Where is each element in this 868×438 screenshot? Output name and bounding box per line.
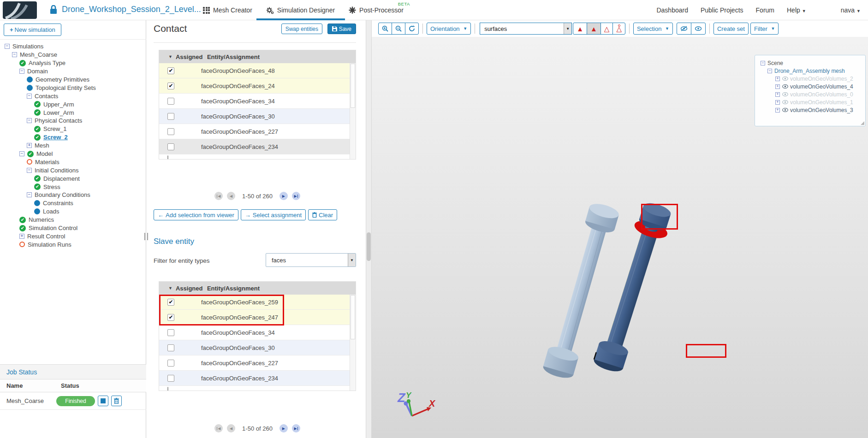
surface-filter-select[interactable]: surfaces ▼ bbox=[480, 23, 572, 35]
tab-post-processor[interactable]: Post-Processor BETA bbox=[349, 6, 404, 14]
tree-item[interactable]: −Boundary Conditions bbox=[3, 191, 145, 199]
row-checkbox[interactable] bbox=[167, 113, 174, 120]
tree-item[interactable]: −Contacts bbox=[3, 92, 145, 100]
table-row[interactable]: ✔faceGroupOnGeoFaces_247 bbox=[159, 310, 356, 325]
collapse-icon[interactable]: − bbox=[5, 44, 10, 49]
row-checkbox[interactable] bbox=[167, 360, 174, 367]
row-checkbox[interactable]: ✔ bbox=[167, 83, 174, 89]
row-checkbox[interactable] bbox=[167, 375, 174, 382]
tree-item[interactable]: ✔Lower_Arm bbox=[3, 108, 145, 117]
new-simulation-button[interactable]: +New simulation bbox=[4, 24, 61, 36]
prev-page-button[interactable]: ◀ bbox=[227, 192, 235, 200]
tree-item[interactable]: ✔Screw_1 bbox=[3, 125, 145, 133]
tree-item[interactable]: −Initial Conditions bbox=[3, 166, 145, 174]
tree-item[interactable]: ✔Upper_Arm bbox=[3, 100, 145, 108]
tree-item[interactable]: −Physical Contacts bbox=[3, 117, 145, 125]
eye-hidden-icon[interactable] bbox=[782, 99, 788, 106]
project-title[interactable]: Drone_Workshop_Session_2_Level... bbox=[62, 5, 201, 14]
tree-item[interactable]: ✔Simulation Control bbox=[3, 224, 145, 232]
expand-icon[interactable]: + bbox=[775, 92, 780, 97]
tree-item[interactable]: Loads bbox=[3, 207, 145, 216]
create-set-button[interactable]: Create set bbox=[713, 23, 749, 35]
tree-item[interactable]: Simulation Runs bbox=[3, 240, 145, 249]
app-logo-icon[interactable] bbox=[3, 1, 37, 19]
expand-icon[interactable]: + bbox=[19, 234, 24, 239]
eye-visible-icon[interactable] bbox=[782, 83, 788, 90]
table-row[interactable]: faceGroupOnGeoFaces_30 bbox=[159, 340, 356, 355]
table-row[interactable]: faceGroupOnGeoFaces_227 bbox=[159, 124, 356, 139]
tab-mesh-creator[interactable]: Mesh Creator bbox=[203, 6, 252, 14]
collapse-icon[interactable]: − bbox=[19, 151, 24, 156]
table-row[interactable]: faceGroupOnGeoFaces_227 bbox=[159, 355, 356, 371]
link-dashboard[interactable]: Dashboard bbox=[656, 6, 688, 14]
table-row[interactable]: ✔faceGroupOnGeoFaces_48 bbox=[159, 63, 356, 78]
collapse-icon[interactable]: − bbox=[27, 118, 32, 123]
collapse-icon[interactable]: − bbox=[27, 168, 32, 173]
prev-page-button[interactable]: ◀ bbox=[227, 424, 235, 432]
clear-button[interactable]: Clear bbox=[308, 209, 337, 220]
show-points-button[interactable]: △ bbox=[612, 23, 625, 35]
scene-volume-row[interactable]: +volumeOnGeoVolumes_4 bbox=[755, 83, 865, 90]
tree-item[interactable]: Topological Entity Sets bbox=[3, 83, 145, 92]
scene-mesh-node[interactable]: − Drone_Arm_Assembly mesh bbox=[755, 67, 865, 75]
tree-item[interactable]: −Domain bbox=[3, 67, 145, 76]
row-checkbox[interactable] bbox=[167, 128, 174, 135]
table-row[interactable]: ✔faceGroupOnGeoFaces_259 bbox=[159, 295, 356, 310]
tree-item[interactable]: ✔Displacement bbox=[3, 174, 145, 183]
next-page-button[interactable]: ▶ bbox=[279, 424, 288, 432]
expand-icon[interactable]: + bbox=[775, 108, 780, 112]
scene-volume-row[interactable]: +volumeOnGeoVolumes_2 bbox=[755, 75, 865, 83]
panel-scrollbar[interactable] bbox=[366, 20, 372, 438]
collapse-icon[interactable]: − bbox=[767, 69, 772, 73]
row-checkbox[interactable]: ✔ bbox=[167, 314, 174, 321]
table-row[interactable]: faceGroupOnGeoFaces_234 bbox=[159, 139, 356, 154]
expand-icon[interactable]: + bbox=[775, 77, 780, 81]
tree-item[interactable]: +Mesh bbox=[3, 142, 145, 150]
expand-icon[interactable]: + bbox=[775, 84, 780, 89]
delete-job-button[interactable] bbox=[111, 396, 122, 406]
hide-selection-button[interactable] bbox=[677, 23, 691, 35]
tree-item[interactable]: Constraints bbox=[3, 199, 145, 207]
show-shaded-mesh-button[interactable]: ▲ bbox=[587, 23, 601, 35]
table-header[interactable]: ▼ Assigned Entity/Assignment bbox=[159, 50, 356, 63]
show-wireframe-button[interactable]: △ bbox=[600, 23, 613, 35]
link-forum[interactable]: Forum bbox=[756, 6, 774, 14]
scene-root[interactable]: − Scene bbox=[755, 59, 865, 67]
tree-item[interactable]: Materials bbox=[3, 158, 145, 166]
last-page-button[interactable]: ▶ bbox=[292, 424, 300, 432]
tree-item[interactable]: −Mesh_Coarse bbox=[3, 51, 145, 59]
row-checkbox[interactable] bbox=[167, 143, 174, 150]
last-page-button[interactable]: ▶ bbox=[292, 192, 300, 200]
expand-icon[interactable]: + bbox=[775, 100, 780, 105]
row-checkbox[interactable]: ✔ bbox=[167, 67, 174, 74]
scene-volume-row[interactable]: +volumeOnGeoVolumes_0 bbox=[755, 90, 865, 98]
table-row[interactable]: faceGroupOnGeoFaces_34 bbox=[159, 325, 356, 340]
table-row[interactable]: faceGroupOnGeoFaces_30 bbox=[159, 109, 356, 124]
collapse-icon[interactable]: − bbox=[19, 69, 24, 74]
table-row[interactable]: faceGroupOnGeoFaces_34 bbox=[159, 94, 356, 109]
first-page-button[interactable]: ◀ bbox=[214, 424, 223, 432]
stop-job-button[interactable] bbox=[98, 396, 108, 406]
tree-item[interactable]: ✔Screw_2 bbox=[3, 133, 145, 142]
tree-item[interactable]: ✔Analysis Type bbox=[3, 59, 145, 67]
table-row[interactable]: ✔faceGroupOnGeoFaces_24 bbox=[159, 78, 356, 94]
zoom-fit-button[interactable] bbox=[392, 23, 405, 35]
swap-entities-button[interactable]: Swap entities bbox=[281, 24, 322, 34]
tree-item[interactable]: ✔Stress bbox=[3, 183, 145, 191]
row-checkbox[interactable] bbox=[167, 98, 174, 105]
link-public-projects[interactable]: Public Projects bbox=[701, 6, 743, 14]
table-scrollbar[interactable] bbox=[350, 63, 356, 159]
collapse-icon[interactable]: − bbox=[27, 192, 32, 197]
zoom-in-button[interactable] bbox=[378, 23, 392, 35]
user-menu[interactable]: nava▼ bbox=[841, 6, 861, 14]
collapse-icon[interactable]: − bbox=[761, 61, 765, 65]
tree-item[interactable]: ✔Numerics bbox=[3, 216, 145, 224]
scene-volume-row[interactable]: +volumeOnGeoVolumes_3 bbox=[755, 106, 865, 114]
viewer-3d[interactable]: Orientation ▼ surfaces ▼ ▲ ▲ △ △ Selecti… bbox=[372, 20, 868, 438]
row-checkbox[interactable]: ✔ bbox=[167, 299, 174, 306]
panel-resize-grip[interactable] bbox=[144, 233, 148, 240]
collapse-icon[interactable]: − bbox=[27, 94, 32, 99]
first-page-button[interactable]: ◀ bbox=[214, 192, 223, 200]
resize-handle[interactable] bbox=[861, 121, 864, 125]
tree-item[interactable]: Geometry Primitives bbox=[3, 76, 145, 84]
